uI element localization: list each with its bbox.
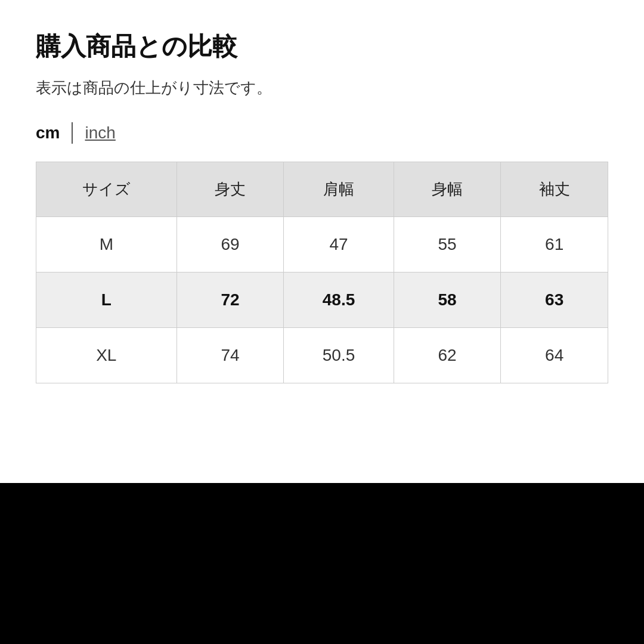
- col-header-shoulder-width: 肩幅: [284, 162, 394, 217]
- page-container: 購入商品との比較 表示は商品の仕上がり寸法です。 cm inch サイズ 身丈 …: [0, 0, 644, 644]
- unit-cm-label[interactable]: cm: [36, 123, 60, 143]
- cell-shoulder-width: 50.5: [284, 328, 394, 383]
- cell-body-width: 55: [394, 217, 501, 273]
- table-row: XL7450.56264: [36, 328, 608, 383]
- cell-body-length: 72: [177, 273, 284, 328]
- content-area: 購入商品との比較 表示は商品の仕上がり寸法です。 cm inch サイズ 身丈 …: [0, 0, 644, 483]
- cell-size: L: [36, 273, 177, 328]
- black-footer: [0, 483, 644, 644]
- table-header-row: サイズ 身丈 肩幅 身幅 袖丈: [36, 162, 608, 217]
- cell-body-length: 69: [177, 217, 284, 273]
- cell-body-length: 74: [177, 328, 284, 383]
- cell-body-width: 62: [394, 328, 501, 383]
- cell-shoulder-width: 47: [284, 217, 394, 273]
- subtitle-text: 表示は商品の仕上がり寸法です。: [36, 78, 608, 98]
- table-row: M69475561: [36, 217, 608, 273]
- cell-shoulder-width: 48.5: [284, 273, 394, 328]
- col-header-size: サイズ: [36, 162, 177, 217]
- cell-sleeve-length: 61: [501, 217, 608, 273]
- col-header-sleeve-length: 袖丈: [501, 162, 608, 217]
- page-title: 購入商品との比較: [36, 30, 608, 63]
- size-table: サイズ 身丈 肩幅 身幅 袖丈 M69475561L7248.55863XL74…: [36, 162, 608, 383]
- cell-sleeve-length: 64: [501, 328, 608, 383]
- col-header-body-width: 身幅: [394, 162, 501, 217]
- cell-body-width: 58: [394, 273, 501, 328]
- unit-inch-button[interactable]: inch: [85, 123, 115, 143]
- table-row: L7248.55863: [36, 273, 608, 328]
- unit-toggle: cm inch: [36, 122, 608, 144]
- col-header-body-length: 身丈: [177, 162, 284, 217]
- unit-divider: [72, 122, 73, 144]
- cell-sleeve-length: 63: [501, 273, 608, 328]
- cell-size: XL: [36, 328, 177, 383]
- cell-size: M: [36, 217, 177, 273]
